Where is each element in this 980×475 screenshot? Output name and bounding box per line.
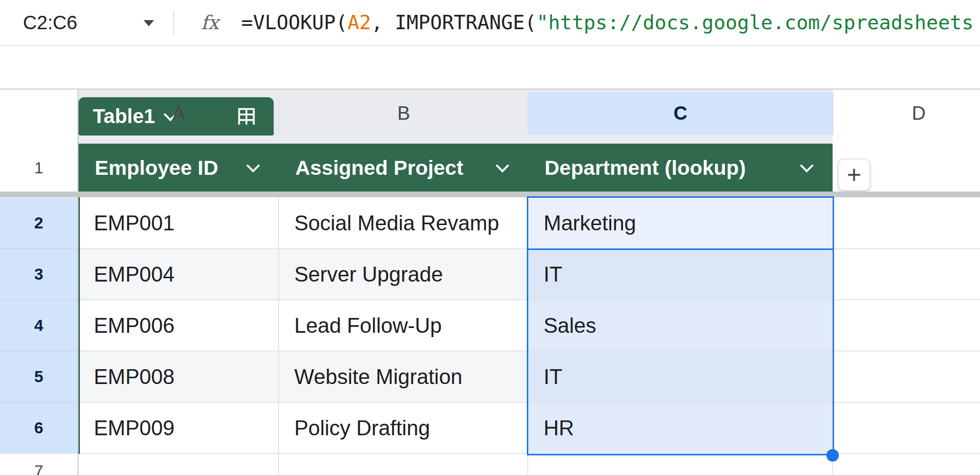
gridline (833, 453, 980, 454)
row-label: 1 (34, 158, 44, 177)
column-label: A (172, 102, 185, 124)
cell-B3[interactable]: Server Upgrade (279, 249, 528, 300)
row-label: 2 (34, 214, 44, 232)
row-headers: 1 2 3 4 5 6 7 (0, 90, 78, 475)
table-row: EMP001 Social Media Revamp Marketing (78, 198, 833, 249)
header-label: Department (lookup) (545, 156, 746, 180)
frozen-row-divider[interactable] (0, 192, 980, 197)
cell-C2-active[interactable]: Marketing (528, 198, 833, 249)
table-header-employee-id[interactable]: Employee ID (78, 144, 279, 192)
column-header-C[interactable]: C (528, 92, 833, 135)
spreadsheet-app: Table1 A B C D 1 2 (0, 0, 980, 475)
table-row: EMP009 Policy Drafting HR (78, 403, 833, 454)
gridline (833, 402, 980, 403)
chevron-down-icon (246, 159, 260, 172)
chevron-down-icon (496, 159, 509, 172)
column-header-B[interactable]: B (279, 92, 528, 135)
cell-B6[interactable]: Policy Drafting (279, 403, 528, 454)
gridline (527, 92, 528, 135)
cell-C6[interactable]: HR (528, 403, 833, 454)
formula-token: =VLOOKUP( (241, 11, 347, 34)
name-box-dropdown-icon[interactable] (144, 20, 154, 26)
row-label: 7 (34, 462, 44, 475)
formula-token: , IMPORTRANGE( (371, 11, 537, 34)
add-column-button[interactable]: + (838, 159, 870, 191)
row-label: 4 (34, 316, 44, 335)
name-box[interactable]: C2:C6 (23, 0, 77, 45)
column-header-D[interactable]: D (833, 92, 980, 135)
cell-C3[interactable]: IT (528, 249, 833, 300)
row-header-6[interactable]: 6 (0, 403, 78, 454)
column-label: B (397, 102, 410, 124)
table-row: EMP004 Server Upgrade IT (78, 249, 833, 300)
gridline (833, 299, 980, 300)
cell-A2[interactable]: EMP001 (78, 198, 279, 249)
row-label: 3 (34, 265, 44, 283)
table-left-border (78, 144, 80, 454)
gridline (833, 248, 980, 249)
table-header-row: Employee ID Assigned Project Department … (78, 144, 833, 192)
table-body: EMP001 Social Media Revamp Marketing EMP… (78, 198, 833, 454)
header-label: Employee ID (95, 156, 218, 180)
column-headers: A B C D (0, 46, 980, 90)
header-label: Assigned Project (295, 156, 463, 180)
gridline (833, 351, 980, 351)
table-row: EMP008 Website Migration IT (78, 351, 833, 403)
formula-input[interactable]: =VLOOKUP( A2 , IMPORTRANGE( "https://doc… (241, 0, 980, 45)
row-header-7[interactable]: 7 (0, 454, 78, 475)
chevron-down-icon (800, 159, 813, 172)
cell-A3[interactable]: EMP004 (78, 249, 279, 300)
divider (173, 11, 174, 34)
fx-icon: fx (201, 0, 219, 45)
row-header-3[interactable]: 3 (0, 249, 78, 300)
row-header-5[interactable]: 5 (0, 351, 78, 403)
gridline (527, 454, 528, 475)
row-header-2[interactable]: 2 (0, 198, 78, 249)
cell-B4[interactable]: Lead Follow-Up (279, 300, 528, 351)
gridline (833, 92, 834, 135)
cell-A5[interactable]: EMP008 (78, 351, 279, 403)
gridline (278, 92, 279, 135)
column-label: C (674, 102, 688, 124)
table-header-assigned-project[interactable]: Assigned Project (279, 144, 528, 192)
gridline (278, 454, 279, 475)
table-row: EMP006 Lead Follow-Up Sales (78, 300, 833, 351)
column-header-A[interactable]: A (78, 92, 279, 135)
row-header-4[interactable]: 4 (0, 300, 78, 351)
formula-bar: C2:C6 fx =VLOOKUP( A2 , IMPORTRANGE( "ht… (0, 0, 980, 46)
column-header-border (0, 89, 980, 90)
column-label: D (912, 102, 926, 124)
cell-B5[interactable]: Website Migration (279, 351, 528, 403)
cell-C5[interactable]: IT (528, 351, 833, 403)
table-header-department-lookup[interactable]: Department (lookup) (528, 144, 833, 192)
cell-B2[interactable]: Social Media Revamp (279, 198, 528, 249)
plus-icon: + (847, 160, 861, 189)
formula-token-string: "https://docs.google.com/spreadsheets (536, 11, 973, 34)
formula-token-cell-ref: A2 (347, 11, 371, 34)
row-label: 5 (34, 367, 44, 386)
cell-C4[interactable]: Sales (528, 300, 833, 351)
cell-A6[interactable]: EMP009 (78, 403, 279, 454)
cell-A4[interactable]: EMP006 (78, 300, 279, 351)
fill-handle[interactable] (826, 449, 839, 462)
row-header-1[interactable]: 1 (0, 144, 78, 192)
row-label: 6 (34, 418, 44, 437)
